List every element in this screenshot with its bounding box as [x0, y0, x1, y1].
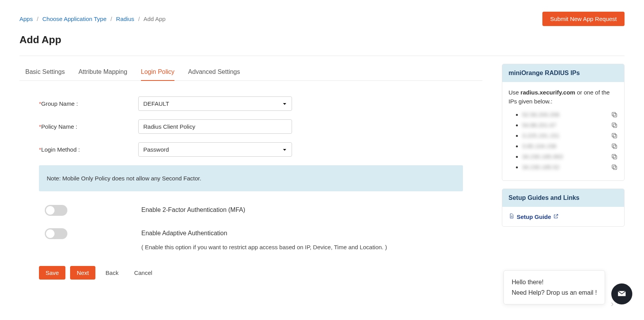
ip-item: 3.225.191.151 [522, 132, 618, 139]
svg-rect-8 [613, 156, 617, 159]
radius-ips-header: miniOrange RADIUS IPs [502, 64, 624, 82]
breadcrumb-radius[interactable]: Radius [116, 16, 134, 22]
setup-guides-header: Setup Guides and Links [502, 189, 624, 207]
back-button[interactable]: Back [100, 266, 124, 280]
copy-icon[interactable] [611, 122, 618, 129]
copy-icon[interactable] [611, 164, 618, 171]
copy-icon[interactable] [611, 143, 618, 150]
ip-item: 3.85.104.158 [522, 143, 618, 149]
adaptive-label: Enable Adaptive Authentication [141, 228, 387, 238]
mfa-toggle[interactable] [45, 205, 67, 216]
next-button[interactable]: Next [70, 266, 95, 280]
adaptive-sublabel: ( Enable this option if you want to rest… [141, 244, 387, 250]
svg-rect-0 [613, 114, 617, 117]
copy-icon[interactable] [611, 132, 618, 139]
svg-rect-3 [612, 123, 616, 126]
breadcrumb: Apps / Choose Application Type / Radius … [19, 16, 165, 22]
setup-guide-link[interactable]: Setup Guide [509, 213, 559, 220]
policy-name-label: *Policy Name : [39, 123, 138, 130]
mfa-label: Enable 2-Factor Authentication (MFA) [141, 205, 245, 215]
tab-advanced-settings[interactable]: Advanced Settings [188, 64, 240, 81]
page-title: Add App [19, 34, 625, 46]
external-link-icon [553, 213, 559, 220]
svg-rect-9 [612, 154, 616, 158]
svg-rect-6 [613, 145, 617, 149]
svg-rect-1 [612, 112, 616, 116]
svg-rect-2 [613, 124, 617, 128]
adaptive-toggle[interactable] [45, 228, 67, 239]
ip-item: 34.230.185.063 [522, 153, 618, 160]
login-method-label: *Login Method : [39, 146, 138, 153]
svg-rect-4 [613, 135, 617, 138]
setup-guides-panel: Setup Guides and Links Setup Guide [502, 189, 625, 227]
tab-attribute-mapping[interactable]: Attribute Mapping [78, 64, 127, 81]
svg-rect-11 [612, 165, 616, 168]
mail-icon [617, 289, 627, 291]
document-icon [509, 213, 514, 220]
ip-item: 34.230.185.52 [522, 164, 618, 170]
group-name-select[interactable]: DEFAULT [138, 96, 292, 111]
policy-name-input[interactable] [138, 119, 292, 134]
cancel-button[interactable]: Cancel [128, 266, 158, 280]
submit-new-app-button[interactable]: Submit New App Request [542, 12, 625, 26]
group-name-label: *Group Name : [39, 100, 138, 107]
login-method-select[interactable]: Password [138, 142, 292, 157]
tab-login-policy[interactable]: Login Policy [141, 64, 174, 81]
chat-line1: Hello there! [512, 277, 597, 287]
svg-rect-5 [612, 133, 616, 137]
svg-rect-7 [612, 144, 616, 147]
save-button[interactable]: Save [39, 266, 65, 280]
tabs: Basic Settings Attribute Mapping Login P… [19, 64, 482, 81]
tab-basic-settings[interactable]: Basic Settings [25, 64, 65, 81]
chat-line2: Need Help? Drop us an email ! [512, 287, 597, 291]
mobile-policy-note: Note: Mobile Only Policy does not allow … [39, 165, 463, 191]
radius-ips-intro: Use radius.xecurify.com or one of the IP… [509, 88, 618, 106]
breadcrumb-current: Add App [143, 16, 165, 22]
svg-rect-10 [613, 166, 617, 170]
breadcrumb-choose-type[interactable]: Choose Application Type [42, 16, 107, 22]
radius-ips-panel: miniOrange RADIUS IPs Use radius.xecurif… [502, 64, 625, 181]
copy-icon[interactable] [611, 111, 618, 118]
chat-popup[interactable]: Hello there! Need Help? Drop us an email… [503, 270, 605, 291]
ip-item: 54.88.201.67 [522, 122, 618, 128]
copy-icon[interactable] [611, 153, 618, 160]
breadcrumb-apps[interactable]: Apps [19, 16, 33, 22]
ip-item: 52.56.200.206 [522, 111, 618, 118]
